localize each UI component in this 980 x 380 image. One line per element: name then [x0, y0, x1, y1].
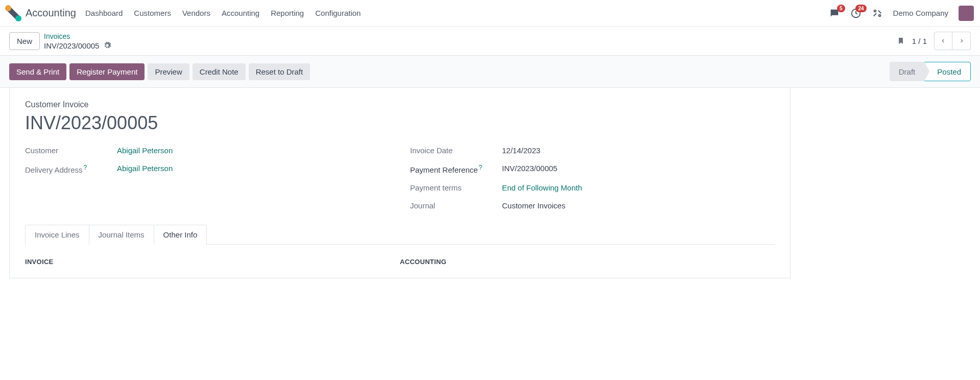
chevron-left-icon [941, 37, 946, 44]
reset-draft-button[interactable]: Reset to Draft [249, 63, 310, 80]
payment-reference-label: Payment Reference? [410, 164, 492, 174]
form-col-right: Invoice Date 12/14/2023 Payment Referenc… [410, 146, 775, 210]
nav-vendors[interactable]: Vendors [182, 9, 210, 17]
payment-terms-label: Payment terms [410, 183, 492, 192]
activities-icon[interactable]: 24 [850, 8, 862, 19]
form-grid: Customer Abigail Peterson Delivery Addre… [25, 146, 775, 210]
debug-icon[interactable] [872, 8, 883, 19]
svg-point-1 [874, 10, 876, 12]
section-accounting-title: ACCOUNTING [400, 258, 775, 266]
breadcrumb-parent[interactable]: Invoices [44, 32, 111, 40]
pager-next[interactable] [952, 32, 971, 50]
tabs: Invoice Lines Journal Items Other Info [25, 224, 775, 245]
status-bar: Draft Posted [890, 62, 971, 81]
messages-icon[interactable]: 5 [829, 8, 840, 19]
pager-prev[interactable] [934, 32, 952, 50]
document-title: INV/2023/00005 [25, 112, 775, 134]
register-payment-button[interactable]: Register Payment [69, 63, 145, 80]
customer-value[interactable]: Abigail Peterson [117, 146, 390, 155]
help-icon[interactable]: ? [479, 164, 483, 171]
breadcrumb: Invoices INV/2023/00005 [44, 32, 111, 50]
nav-customers[interactable]: Customers [134, 9, 171, 17]
status-draft[interactable]: Draft [890, 62, 925, 81]
preview-button[interactable]: Preview [148, 63, 189, 80]
new-button[interactable]: New [9, 32, 40, 50]
breadcrumb-current-text: INV/2023/00005 [44, 41, 99, 50]
customer-label: Customer [25, 146, 107, 155]
send-print-button[interactable]: Send & Print [9, 63, 66, 80]
delivery-address-value[interactable]: Abigail Peterson [117, 164, 390, 174]
delivery-address-label: Delivery Address? [25, 164, 107, 174]
gear-icon[interactable] [103, 41, 111, 50]
form-sheet: Customer Invoice INV/2023/00005 Customer… [9, 88, 791, 278]
status-posted[interactable]: Posted [924, 62, 971, 81]
user-avatar[interactable] [959, 6, 974, 21]
document-type: Customer Invoice [25, 100, 775, 109]
invoice-date-value[interactable]: 12/14/2023 [502, 146, 775, 155]
pager [934, 32, 971, 50]
brand[interactable]: Accounting [6, 6, 76, 20]
action-bar: Send & Print Register Payment Preview Cr… [0, 56, 980, 88]
invoice-date-label: Invoice Date [410, 146, 492, 155]
nav-reporting[interactable]: Reporting [271, 9, 304, 17]
journal-label: Journal [410, 201, 492, 210]
brand-icon [6, 6, 20, 20]
bookmark-icon[interactable] [897, 36, 905, 46]
pager-count: 1 / 1 [912, 37, 927, 45]
credit-note-button[interactable]: Credit Note [193, 63, 246, 80]
svg-point-2 [878, 14, 880, 16]
nav-configuration[interactable]: Configuration [315, 9, 361, 17]
help-icon[interactable]: ? [84, 164, 87, 171]
activities-badge: 24 [855, 5, 866, 12]
nav-right: 5 24 Demo Company [829, 6, 974, 21]
section-row: INVOICE ACCOUNTING [25, 258, 775, 266]
section-invoice-title: INVOICE [25, 258, 400, 266]
breadcrumb-current: INV/2023/00005 [44, 41, 111, 50]
brand-label: Accounting [26, 7, 76, 19]
delivery-address-label-text: Delivery Address [25, 165, 83, 174]
nav-dashboard[interactable]: Dashboard [85, 9, 123, 17]
breadcrumb-right: 1 / 1 [897, 32, 971, 50]
payment-terms-value[interactable]: End of Following Month [502, 183, 775, 192]
breadcrumb-bar: New Invoices INV/2023/00005 1 / 1 [0, 27, 980, 56]
tab-invoice-lines[interactable]: Invoice Lines [25, 225, 89, 245]
tab-journal-items[interactable]: Journal Items [89, 225, 154, 245]
payment-reference-label-text: Payment Reference [410, 165, 478, 174]
nav-accounting[interactable]: Accounting [222, 9, 259, 17]
company-switcher[interactable]: Demo Company [893, 9, 948, 17]
nav-items: Dashboard Customers Vendors Accounting R… [85, 9, 361, 17]
top-nav: Accounting Dashboard Customers Vendors A… [0, 0, 980, 27]
chevron-right-icon [959, 37, 964, 44]
tab-other-info[interactable]: Other Info [154, 225, 207, 245]
payment-reference-value[interactable]: INV/2023/00005 [502, 164, 775, 174]
form-col-left: Customer Abigail Peterson Delivery Addre… [25, 146, 390, 210]
journal-value[interactable]: Customer Invoices [502, 201, 775, 210]
messages-badge: 5 [837, 5, 845, 12]
